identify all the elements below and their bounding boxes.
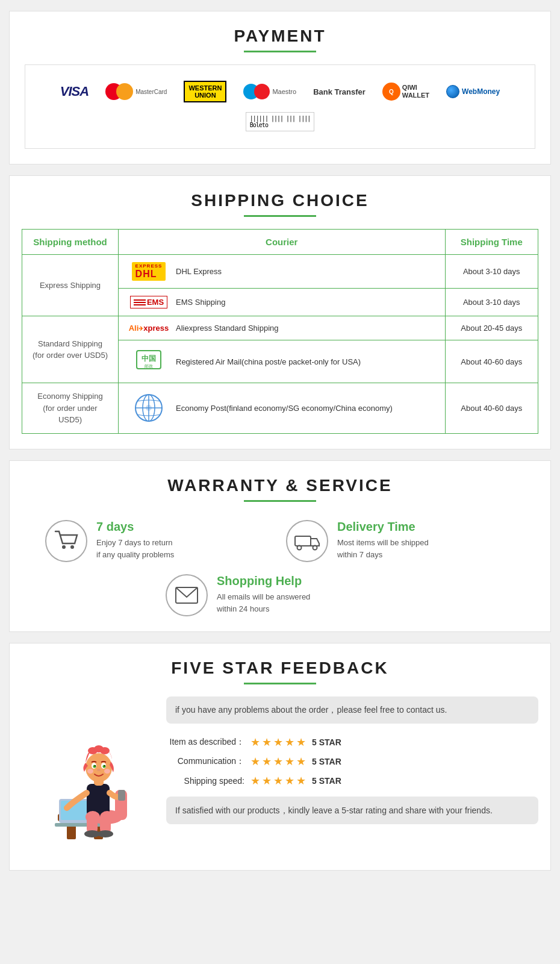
- dhl-time: About 3-10 days: [445, 255, 538, 289]
- feedback-underline: [244, 683, 316, 684]
- payment-section: PAYMENT VISA MasterCard WESTERNUNION: [9, 11, 551, 164]
- svg-point-36: [87, 769, 93, 774]
- ems-name: EMS Shipping: [176, 298, 225, 307]
- feedback-row-1: Communication： ★ ★ ★ ★ ★ 5 STAR: [166, 755, 538, 768]
- shipping-underline: [244, 215, 316, 217]
- un-logo: [134, 393, 164, 423]
- rating-label-1: Communication：: [166, 756, 244, 767]
- table-row: Standard Shipping(for order over USD5) A…: [22, 316, 538, 340]
- truck-icon-circle: [286, 520, 328, 562]
- method-economy: Economy Shipping(for order under USD5): [22, 383, 119, 434]
- svg-point-28: [100, 747, 110, 754]
- warranty-help-content: Shopping Help All emails will be answere…: [217, 574, 310, 616]
- warranty-delivery-heading: Delivery Time: [337, 520, 429, 534]
- method-express: Express Shipping: [22, 255, 119, 316]
- ems-lines: [134, 299, 146, 305]
- aliexpress-logo-box: Ali✈xpress: [128, 324, 170, 333]
- bank-transfer-text: Bank Transfer: [313, 87, 366, 96]
- feedback-illustration: [22, 696, 154, 855]
- aliexpress-logo: Ali✈xpress: [129, 324, 169, 333]
- star: ★: [273, 774, 283, 787]
- western-union-logo: WESTERNUNION: [179, 80, 231, 103]
- star: ★: [262, 736, 272, 749]
- feedback-bubble-top: if you have any problems about the order…: [166, 696, 538, 724]
- star: ★: [262, 774, 272, 787]
- courier-aliexpress: Ali✈xpress Aliexpress Standard Shipping: [119, 316, 446, 340]
- courier-dhl: EXPRESS DHL DHL Express: [119, 255, 446, 289]
- star: ★: [250, 774, 260, 787]
- star: ★: [285, 736, 294, 749]
- ems-logo-box: EMS: [128, 296, 170, 308]
- star: ★: [296, 774, 306, 787]
- payment-title: PAYMENT: [22, 27, 538, 46]
- svg-point-25: [86, 753, 112, 782]
- star: ★: [262, 755, 272, 768]
- star: ★: [273, 736, 283, 749]
- rating-label-2: Shipping speed:: [166, 776, 244, 786]
- svg-rect-10: [295, 536, 311, 546]
- cnpost-logo: 中国 邮政: [134, 348, 164, 375]
- truck-icon: [294, 531, 320, 551]
- warranty-section: WARRANTY & SERVICE 7 days Enjoy 7 days t…: [9, 460, 551, 632]
- warranty-item-return: 7 days Enjoy 7 days to returnif any qual…: [45, 520, 274, 562]
- feedback-bubble-bottom: If satisfied with our products，kindly le…: [166, 797, 538, 824]
- star: ★: [296, 755, 306, 768]
- payment-logos: VISA MasterCard WESTERNUNION M: [34, 74, 526, 139]
- svg-point-34: [104, 765, 105, 766]
- star-rating-0: 5 STAR: [312, 737, 341, 747]
- qiwi-circle: Q: [382, 83, 400, 101]
- visa-logo: VISA: [55, 80, 93, 103]
- star: ★: [250, 736, 260, 749]
- shipping-table: Shipping method Courier Shipping Time Ex…: [22, 229, 538, 434]
- svg-point-33: [95, 765, 96, 766]
- ems-logo: EMS: [130, 296, 167, 308]
- feedback-right-content: if you have any problems about the order…: [166, 696, 538, 824]
- economy-name: Economy Post(finland economy/SG economy/…: [176, 404, 393, 413]
- warranty-item-delivery: Delivery Time Most items will be shipped…: [286, 520, 515, 562]
- method-standard: Standard Shipping(for order over USD5): [22, 316, 119, 383]
- warranty-bottom: Shopping Help All emails will be answere…: [22, 574, 538, 616]
- warranty-delivery-content: Delivery Time Most items will be shipped…: [337, 520, 429, 562]
- star: ★: [250, 755, 260, 768]
- webmoney-text: WebMoney: [462, 87, 500, 96]
- dhl-logo-box: EXPRESS DHL: [128, 262, 170, 281]
- cnpost-logo-box: 中国 邮政: [128, 348, 170, 375]
- cart-icon: [54, 530, 78, 551]
- rating-label-0: Item as described：: [166, 737, 244, 748]
- webmoney-logo: WebMoney: [441, 80, 505, 103]
- cnpost-name: Registered Air Mail(china post/e packet-…: [176, 357, 361, 366]
- star-rating-2: 5 STAR: [312, 776, 341, 786]
- mastercard-text: MasterCard: [135, 89, 167, 95]
- warranty-return-heading: 7 days: [96, 520, 174, 534]
- courier-cnpost: 中国 邮政 Registered Air Mail(china post/e p…: [119, 340, 446, 383]
- svg-point-35: [97, 769, 101, 771]
- warranty-item-help: Shopping Help All emails will be answere…: [166, 574, 394, 616]
- economy-time: About 40-60 days: [445, 383, 538, 434]
- payment-underline: [244, 51, 316, 52]
- stars-0: ★ ★ ★ ★ ★: [250, 736, 306, 749]
- svg-text:中国: 中国: [142, 354, 156, 363]
- visa-text: VISA: [60, 84, 89, 99]
- cart-icon-circle: [45, 520, 87, 562]
- col-header-courier: Courier: [119, 230, 446, 255]
- svg-point-43: [98, 830, 113, 837]
- boleto-logo: |||||| |||| ||| ||||Boleto: [241, 110, 319, 133]
- mc-orange-circle: [116, 83, 133, 100]
- feedback-section: FIVE STAR FEEDBACK: [9, 643, 551, 871]
- stars-2: ★ ★ ★ ★ ★: [250, 774, 306, 787]
- email-icon: [175, 586, 199, 604]
- courier-economy: Economy Post(finland economy/SG economy/…: [119, 383, 446, 434]
- col-header-time: Shipping Time: [445, 230, 538, 255]
- warranty-underline: [244, 500, 316, 502]
- ems-time: About 3-10 days: [445, 289, 538, 316]
- star: ★: [285, 774, 294, 787]
- bank-transfer-logo: Bank Transfer: [308, 80, 370, 103]
- svg-point-7: [146, 405, 152, 411]
- svg-point-8: [62, 545, 66, 549]
- warranty-grid: 7 days Enjoy 7 days to returnif any qual…: [22, 514, 538, 568]
- feedback-row-0: Item as described： ★ ★ ★ ★ ★ 5 STAR: [166, 736, 538, 749]
- dhl-logo: EXPRESS DHL: [132, 262, 166, 281]
- un-logo-box: [128, 393, 170, 423]
- warranty-help-heading: Shopping Help: [217, 574, 310, 588]
- star-rating-1: 5 STAR: [312, 757, 341, 766]
